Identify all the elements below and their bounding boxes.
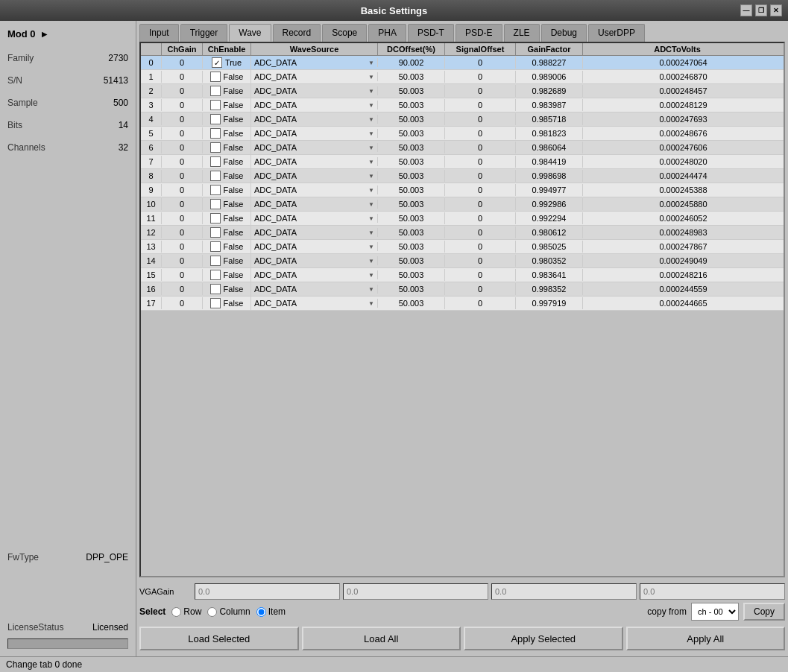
cell-chenable-10[interactable]: False [203,197,251,211]
table-body[interactable]: 0 0 ✓ True ADC_DATA ▼ 90.002 0 0.988227 … [141,56,784,576]
cell-adctovolts-5[interactable]: 0.000248676 [583,127,784,139]
cell-gainfactor-17[interactable]: 0.997919 [516,297,583,309]
table-row[interactable]: 14 0 False ADC_DATA ▼ 50.003 0 0.980352 … [141,254,784,268]
vga-input-0[interactable] [195,583,340,600]
checkbox-15[interactable] [210,270,221,280]
cell-adctovolts-2[interactable]: 0.000248457 [583,85,784,97]
cell-dcoffset-0[interactable]: 90.002 [378,57,445,69]
cell-chgain-5[interactable]: 0 [162,127,203,139]
tab-trigger[interactable]: Trigger [180,24,228,42]
radio-item-option[interactable]: Item [256,606,286,617]
checkbox-11[interactable] [210,213,221,224]
cell-chenable-15[interactable]: False [203,268,251,282]
cell-gainfactor-0[interactable]: 0.988227 [516,57,583,69]
cell-chenable-8[interactable]: False [203,169,251,183]
cell-adctovolts-11[interactable]: 0.000246052 [583,212,784,224]
cell-sigoffset-5[interactable]: 0 [445,127,516,139]
vga-input-1[interactable] [343,583,488,600]
cell-sigoffset-15[interactable]: 0 [445,269,516,281]
radio-row[interactable] [171,607,181,617]
cell-adctovolts-15[interactable]: 0.000248216 [583,269,784,281]
minimize-button[interactable]: — [740,4,752,16]
cell-wavesource-11[interactable]: ADC_DATA ▼ [251,214,378,223]
dropdown-arrow-7[interactable]: ▼ [368,159,374,165]
apply-selected-button[interactable]: Apply Selected [464,627,623,650]
tab-scope[interactable]: Scope [322,24,367,42]
table-row[interactable]: 15 0 False ADC_DATA ▼ 50.003 0 0.983641 … [141,268,784,282]
dropdown-arrow-4[interactable]: ▼ [368,116,374,123]
checkbox-8[interactable] [210,171,221,181]
cell-sigoffset-6[interactable]: 0 [445,142,516,153]
checkbox-3[interactable] [210,100,221,110]
dropdown-arrow-9[interactable]: ▼ [368,187,374,194]
cell-sigoffset-13[interactable]: 0 [445,241,516,253]
cell-sigoffset-17[interactable]: 0 [445,297,516,309]
cell-chenable-0[interactable]: ✓ True [203,56,251,69]
cell-sigoffset-1[interactable]: 0 [445,71,516,83]
horizontal-scrollbar[interactable] [7,638,128,649]
table-row[interactable]: 2 0 False ADC_DATA ▼ 50.003 0 0.982689 0… [141,84,784,98]
table-row[interactable]: 16 0 False ADC_DATA ▼ 50.003 0 0.998352 … [141,282,784,297]
dropdown-arrow-2[interactable]: ▼ [368,88,374,95]
cell-dcoffset-8[interactable]: 50.003 [378,170,445,182]
cell-chenable-17[interactable]: False [203,297,251,310]
tab-wave[interactable]: Wave [229,24,271,42]
cell-dcoffset-16[interactable]: 50.003 [378,283,445,295]
dropdown-arrow-10[interactable]: ▼ [368,201,374,208]
cell-chgain-7[interactable]: 0 [162,156,203,168]
load-selected-button[interactable]: Load Selected [139,627,299,650]
tab-pha[interactable]: PHA [368,24,406,42]
cell-dcoffset-9[interactable]: 50.003 [378,184,445,196]
cell-wavesource-3[interactable]: ADC_DATA ▼ [251,101,378,110]
cell-chgain-15[interactable]: 0 [162,269,203,281]
cell-chgain-1[interactable]: 0 [162,71,203,83]
cell-chgain-0[interactable]: 0 [162,57,203,69]
cell-gainfactor-3[interactable]: 0.983987 [516,99,583,111]
cell-chenable-12[interactable]: False [203,226,251,239]
cell-gainfactor-11[interactable]: 0.992294 [516,212,583,224]
cell-gainfactor-14[interactable]: 0.980352 [516,255,583,267]
vga-input-2[interactable] [491,583,637,600]
checkbox-14[interactable] [210,256,221,266]
cell-adctovolts-13[interactable]: 0.000247867 [583,241,784,253]
cell-sigoffset-3[interactable]: 0 [445,99,516,111]
table-row[interactable]: 10 0 False ADC_DATA ▼ 50.003 0 0.992986 … [141,197,784,212]
dropdown-arrow-16[interactable]: ▼ [368,286,374,293]
checkbox-9[interactable] [210,185,221,195]
cell-dcoffset-5[interactable]: 50.003 [378,127,445,139]
cell-gainfactor-8[interactable]: 0.998698 [516,170,583,182]
tab-input[interactable]: Input [139,24,179,42]
checkbox-17[interactable] [210,298,221,308]
cell-chenable-3[interactable]: False [203,98,251,112]
cell-chgain-17[interactable]: 0 [162,297,203,309]
table-row[interactable]: 9 0 False ADC_DATA ▼ 50.003 0 0.994977 0… [141,183,784,197]
dropdown-arrow-14[interactable]: ▼ [368,258,374,264]
restore-button[interactable]: ❐ [755,4,767,16]
cell-adctovolts-0[interactable]: 0.000247064 [583,57,784,69]
cell-gainfactor-7[interactable]: 0.984419 [516,156,583,168]
cell-gainfactor-1[interactable]: 0.989006 [516,71,583,83]
cell-chgain-6[interactable]: 0 [162,142,203,153]
cell-wavesource-6[interactable]: ADC_DATA ▼ [251,143,378,152]
cell-wavesource-12[interactable]: ADC_DATA ▼ [251,228,378,237]
cell-adctovolts-4[interactable]: 0.000247693 [583,113,784,125]
checkbox-6[interactable] [210,142,221,153]
cell-sigoffset-0[interactable]: 0 [445,57,516,69]
checkbox-10[interactable] [210,199,221,209]
cell-dcoffset-1[interactable]: 50.003 [378,71,445,83]
cell-wavesource-17[interactable]: ADC_DATA ▼ [251,299,378,308]
tab-record[interactable]: Record [273,24,321,42]
cell-chgain-3[interactable]: 0 [162,99,203,111]
checkbox-1[interactable] [210,72,221,82]
radio-row-option[interactable]: Row [171,606,201,617]
dropdown-arrow-5[interactable]: ▼ [368,130,374,137]
table-row[interactable]: 12 0 False ADC_DATA ▼ 50.003 0 0.980612 … [141,226,784,240]
load-all-button[interactable]: Load All [302,627,461,650]
cell-chenable-5[interactable]: False [203,127,251,140]
apply-all-button[interactable]: Apply All [626,627,786,650]
cell-chenable-9[interactable]: False [203,183,251,197]
cell-adctovolts-7[interactable]: 0.000248020 [583,156,784,168]
table-row[interactable]: 13 0 False ADC_DATA ▼ 50.003 0 0.985025 … [141,240,784,254]
cell-chgain-10[interactable]: 0 [162,198,203,210]
cell-chenable-4[interactable]: False [203,112,251,126]
